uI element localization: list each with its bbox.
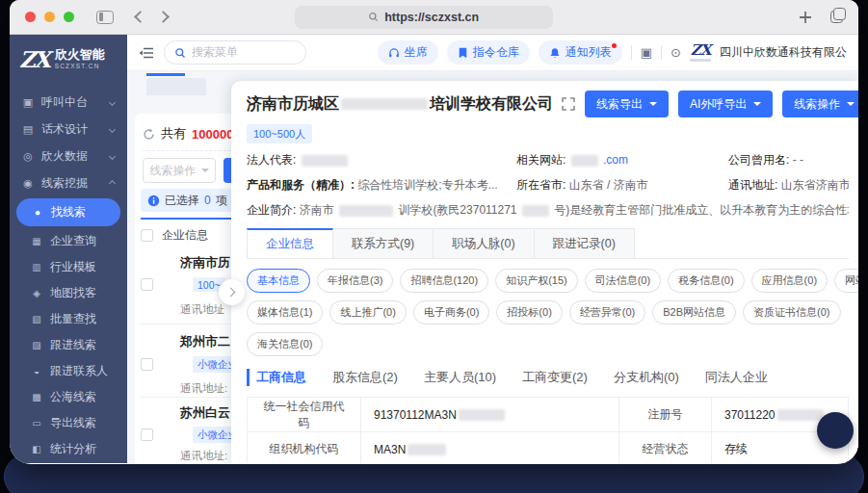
sidebar-item-industry-template[interactable]: ▥ 行业模板: [10, 254, 127, 280]
pill-customs[interactable]: 海关信息(0): [247, 332, 323, 356]
sidebar-item-label: 欣火数据: [41, 148, 88, 165]
list-item-row: 100~: [141, 277, 225, 292]
sidebar-item-company-search[interactable]: ▦ 企业查询: [10, 228, 127, 254]
traffic-light-minimize-button[interactable]: [44, 12, 55, 22]
ai-call-export-button[interactable]: AI外呼导出: [678, 91, 773, 117]
pill-judicial[interactable]: 司法信息(0): [585, 269, 661, 293]
floating-widget-button[interactable]: [817, 412, 854, 449]
chevron-down-icon: [753, 102, 761, 106]
pill-media[interactable]: 媒体信息(1): [247, 300, 323, 324]
pill-tax[interactable]: 税务信息(0): [668, 269, 744, 293]
sidebar-item-label: 行业模板: [50, 259, 96, 275]
pill-abnormal-operation[interactable]: 经营异常(0): [569, 300, 645, 324]
browser-back-button[interactable]: [134, 11, 146, 23]
sidebar-item-public-pool[interactable]: ▩ 公海线索: [10, 384, 127, 410]
lead-operation-button[interactable]: 线索操作: [782, 91, 858, 117]
notification-list-button[interactable]: 通知列表: [539, 40, 622, 65]
pill-recruitment[interactable]: 招聘信息(120): [400, 269, 488, 293]
select-all-checkbox[interactable]: [141, 229, 153, 242]
pill-online-promo[interactable]: 线上推广(0): [329, 300, 406, 324]
list-item-company-name[interactable]: 济南市历: [180, 254, 230, 272]
sidebar-item-lead-mining[interactable]: ◉ 线索挖掘: [10, 169, 127, 196]
pill-intellectual-property[interactable]: 知识产权(15): [495, 269, 578, 293]
pill-basic-info[interactable]: 基本信息: [247, 269, 310, 293]
address-bar[interactable]: https://sczxst.cn: [295, 6, 553, 29]
row-checkbox[interactable]: [141, 278, 153, 291]
page-tab[interactable]: [146, 78, 206, 95]
seat-button-label: 坐席: [405, 44, 428, 61]
sidebar-item-map-search[interactable]: ◈ 地图找客: [10, 280, 127, 306]
bell-icon: [549, 47, 561, 59]
sidebar-item-xinhuo-data[interactable]: ◎ 欣火数据: [10, 143, 127, 169]
pill-bidding[interactable]: 招投标(0): [496, 300, 562, 324]
refresh-icon[interactable]: [143, 128, 155, 141]
redacted-text: [459, 409, 505, 421]
search-placeholder: 搜索菜单: [192, 44, 238, 61]
sidebar-item-label: 呼叫中台: [41, 94, 88, 111]
business-section-tabs: 工商信息 股东信息(2) 主要人员(10) 工商变更(2) 分支机构(0) 同法…: [247, 369, 849, 386]
script-icon: ▤: [22, 123, 34, 136]
section-tab-business-info[interactable]: 工商信息: [247, 369, 306, 386]
list-item-company-name[interactable]: 郑州市二: [180, 333, 230, 350]
row-checkbox[interactable]: [141, 428, 153, 441]
pill-annual-report[interactable]: 年报信息(3): [317, 269, 393, 293]
section-tab-same-legal-rep[interactable]: 同法人企业: [705, 369, 768, 386]
tab-overview-button[interactable]: [830, 11, 843, 23]
app-topbar: 搜索菜单 坐席 指令仓库: [127, 35, 858, 71]
new-tab-button[interactable]: [798, 10, 813, 25]
sidebar-item-stats-analysis[interactable]: ◧ 统计分析: [10, 436, 127, 462]
sidebar-item-export-leads[interactable]: ▭ 导出线索: [10, 410, 127, 436]
tab-contact-info[interactable]: 联系方式(9): [333, 228, 434, 258]
company-column-header: 企业信息: [162, 227, 208, 244]
browser-forward-button[interactable]: [157, 11, 170, 23]
monitor-mini-icon[interactable]: ▣: [641, 45, 652, 60]
sidebar-item-follow-contacts[interactable]: ◒ 跟进联系人: [10, 358, 127, 384]
company-intro-field: 企业简介: 济南市 训学校(教民237011271 号)是经教育主管部门批准成立…: [247, 202, 849, 219]
sidebar-item-label: 跟进联系人: [50, 363, 108, 379]
row-checkbox[interactable]: [141, 358, 153, 371]
pill-ecommerce[interactable]: 电子商务(0): [413, 300, 489, 324]
tab-workplace-network[interactable]: 职场人脉(0): [434, 228, 534, 258]
lead-operation-label: 线索操作: [794, 96, 840, 113]
section-tab-shareholders[interactable]: 股东信息(2): [332, 369, 398, 386]
sidebar-item-find-leads[interactable]: ● 找线索: [16, 198, 120, 226]
section-tab-key-personnel[interactable]: 主要人员(10): [424, 369, 496, 386]
tab-follow-records[interactable]: 跟进记录(0): [535, 228, 635, 258]
pill-icp-filing[interactable]: 网站备案(4): [834, 269, 858, 293]
section-tab-business-changes[interactable]: 工商变更(2): [522, 369, 588, 386]
pill-application[interactable]: 应用信息(0): [751, 269, 828, 293]
pill-b2b-site[interactable]: B2B网站信息: [652, 300, 736, 324]
sidebar-item-label: 找线索: [51, 204, 86, 221]
address-field: 通讯地址: 山东省济南市历城区山大南: [728, 177, 849, 194]
traffic-light-close-button[interactable]: [25, 12, 36, 22]
browser-sidebar-toggle-icon[interactable]: [96, 11, 114, 24]
sidebar-item-script-design[interactable]: ▤ 话术设计: [10, 116, 127, 143]
data-search-icon: ◎: [22, 150, 34, 163]
search-icon: [174, 47, 186, 59]
notification-button-label: 通知列表: [566, 44, 612, 61]
redacted-text: [777, 409, 824, 421]
traffic-light-zoom-button[interactable]: [64, 12, 74, 22]
fullscreen-icon[interactable]: [562, 97, 575, 111]
sidebar-item-label: 批量查找: [50, 311, 96, 327]
pill-qualification-cert[interactable]: 资质证书信息(0): [743, 300, 840, 324]
command-warehouse-button[interactable]: 指令仓库: [447, 40, 530, 65]
section-tab-branches[interactable]: 分支机构(0): [614, 369, 679, 386]
lead-action-dropdown[interactable]: 线索操作: [143, 158, 216, 183]
former-name-field: 公司曾用名: - -: [728, 152, 849, 169]
sidebar-item-call-center[interactable]: ▣ 呼叫中台: [10, 89, 127, 116]
sidebar-item-batch-search[interactable]: ▧ 批量查找: [10, 306, 127, 332]
lead-export-button[interactable]: 线索导出: [585, 91, 669, 117]
region-field: 所在省市: 山东省 / 济南市: [516, 177, 723, 194]
seat-button[interactable]: 坐席: [378, 40, 438, 65]
list-item-company-name[interactable]: 苏州白云: [180, 404, 230, 422]
chevron-down-icon: [847, 102, 855, 106]
tab-company-info[interactable]: 企业信息: [247, 228, 333, 258]
panel-collapse-handle[interactable]: [219, 279, 245, 305]
mining-icon: ◉: [22, 177, 34, 190]
sidebar-item-follow-leads[interactable]: ▨ 跟进线索: [10, 332, 127, 358]
collapse-menu-icon[interactable]: [139, 46, 154, 60]
history-icon[interactable]: ⊙: [671, 45, 681, 60]
website-link[interactable]: .com: [603, 153, 628, 167]
menu-search-input[interactable]: 搜索菜单: [164, 40, 306, 65]
